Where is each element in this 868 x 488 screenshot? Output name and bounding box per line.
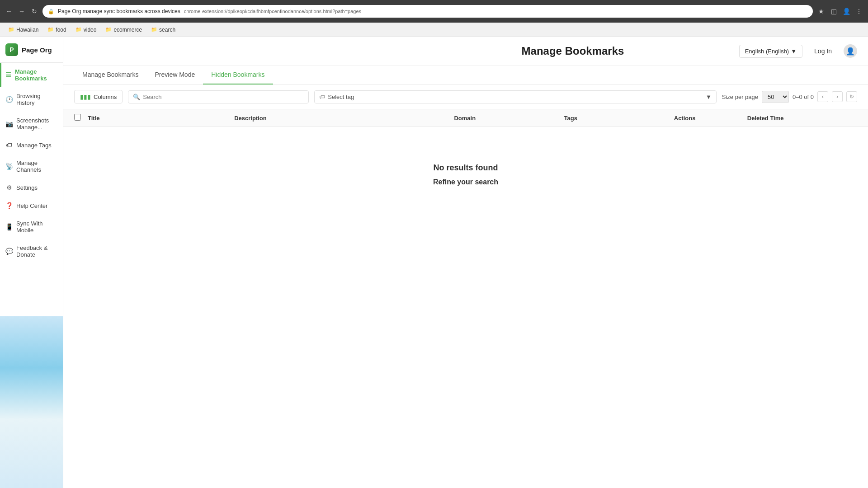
search-input[interactable] <box>143 94 304 100</box>
browser-actions: ★ ◫ 👤 ⋮ <box>816 7 863 16</box>
avatar-icon: 👤 <box>846 47 855 56</box>
settings-icon: ⚙ <box>5 184 13 191</box>
empty-state: No results found Refine your search <box>63 127 868 222</box>
search-container: 🔍 <box>128 90 309 103</box>
menu-button[interactable]: ⋮ <box>854 7 863 16</box>
tab-label: Preview Mode <box>155 71 195 78</box>
main-header: Manage Bookmarks English (English) ▼ Log… <box>63 37 868 66</box>
app-logo-icon: P <box>5 43 18 56</box>
feedback-icon: 💬 <box>5 248 13 255</box>
bookmark-food[interactable]: 📁 food <box>44 25 70 34</box>
tab-manage-bookmarks[interactable]: Manage Bookmarks <box>74 66 147 84</box>
col-title: Title <box>88 115 234 122</box>
sidebar-item-label: Browsing History <box>16 93 57 106</box>
table-header: Title Description Domain Tags Actions De… <box>63 109 868 127</box>
extensions-button[interactable]: ◫ <box>829 7 838 16</box>
tags-icon: 🏷 <box>5 141 13 149</box>
next-page-button[interactable]: › <box>832 91 843 102</box>
tabs-bar: Manage Bookmarks Preview Mode Hidden Boo… <box>63 66 868 84</box>
sidebar-item-browsing-history[interactable]: 🕐 Browsing History <box>0 87 63 112</box>
columns-button[interactable]: ▮▮▮ Columns <box>74 90 123 103</box>
back-button[interactable]: ← <box>5 7 14 16</box>
refresh-data-button[interactable]: ↻ <box>846 91 857 102</box>
login-button[interactable]: Log In <box>808 45 838 57</box>
prev-page-button[interactable]: ‹ <box>817 91 828 102</box>
search-icon: 🔍 <box>133 94 140 100</box>
folder-icon: 📁 <box>75 27 82 33</box>
sidebar-item-feedback-donate[interactable]: 💬 Feedback & Donate <box>0 239 63 263</box>
empty-title: No results found <box>434 163 498 173</box>
sidebar-item-label: Feedback & Donate <box>16 244 57 258</box>
folder-icon: 📁 <box>8 27 14 33</box>
sidebar-item-label: Help Center <box>16 202 47 209</box>
tab-label: Hidden Bookmarks <box>211 71 264 78</box>
url-text: chrome-extension://dplkeopkcdaifhbmfpcen… <box>184 9 361 14</box>
language-label: English (English) <box>745 48 789 55</box>
empty-subtitle: Refine your search <box>433 178 498 186</box>
app-container: P Page Org ☰ Manage Bookmarks 🕐 Browsing… <box>0 37 868 488</box>
folder-icon: 📁 <box>105 27 112 33</box>
bookmark-hawaiian[interactable]: 📁 Hawaiian <box>5 25 42 34</box>
chevron-down-icon: ▼ <box>791 48 797 55</box>
address-bar[interactable]: 🔒 Page Org manage sync bookmarks across … <box>42 5 813 18</box>
select-all-checkbox[interactable] <box>74 114 81 121</box>
col-description: Description <box>234 115 454 122</box>
language-selector[interactable]: English (English) ▼ <box>739 45 802 58</box>
select-all-checkbox-container <box>74 114 88 122</box>
bookmark-video[interactable]: 📁 video <box>72 25 100 34</box>
columns-label: Columns <box>94 94 117 100</box>
browser-bar: ← → ↻ 🔒 Page Org manage sync bookmarks a… <box>0 0 868 23</box>
toolbar: ▮▮▮ Columns 🔍 🏷 Select tag ▼ Size per pa… <box>63 84 868 109</box>
tab-label: Manage Bookmarks <box>82 71 139 78</box>
refresh-button[interactable]: ↻ <box>30 7 39 16</box>
per-page-select[interactable]: 50 25 100 <box>762 91 789 103</box>
app-name: Page Org <box>22 46 52 54</box>
header-right: English (English) ▼ Log In 👤 <box>739 44 857 58</box>
columns-icon: ▮▮▮ <box>80 93 91 100</box>
sidebar: P Page Org ☰ Manage Bookmarks 🕐 Browsing… <box>0 37 63 488</box>
col-domain: Domain <box>454 115 564 122</box>
mobile-icon: 📱 <box>5 223 13 230</box>
folder-icon: 📁 <box>151 27 157 33</box>
tag-icon: 🏷 <box>319 94 325 100</box>
bookmark-label: video <box>84 27 97 33</box>
lock-icon: 🔒 <box>48 9 54 14</box>
data-table: Title Description Domain Tags Actions De… <box>63 109 868 488</box>
bookmark-label: ecommerce <box>113 27 142 33</box>
bookmark-ecommerce[interactable]: 📁 ecommerce <box>102 25 146 34</box>
sidebar-logo: P Page Org <box>0 37 63 63</box>
sidebar-item-label: Sync With Mobile <box>16 220 57 234</box>
col-deleted-time: Deleted Time <box>747 115 857 122</box>
bookmarks-icon: ☰ <box>5 71 11 79</box>
bookmark-search[interactable]: 📁 search <box>147 25 179 34</box>
help-icon: ❓ <box>5 202 13 209</box>
bookmark-label: food <box>56 27 66 33</box>
sidebar-item-help-center[interactable]: ❓ Help Center <box>0 197 63 215</box>
sidebar-item-screenshots[interactable]: 📷 Screenshots Manage... <box>0 112 63 136</box>
bookmark-star-button[interactable]: ★ <box>816 7 826 16</box>
sidebar-nav: ☰ Manage Bookmarks 🕐 Browsing History 📷 … <box>0 63 63 263</box>
page-title: Manage Bookmarks <box>406 45 739 57</box>
tag-selector[interactable]: 🏷 Select tag ▼ <box>314 90 716 103</box>
sidebar-item-manage-tags[interactable]: 🏷 Manage Tags <box>0 136 63 154</box>
sidebar-item-sync-mobile[interactable]: 📱 Sync With Mobile <box>0 215 63 239</box>
per-page-label: Size per page <box>722 94 758 100</box>
bookmark-label: Hawaiian <box>16 27 38 33</box>
user-avatar[interactable]: 👤 <box>844 44 857 58</box>
sidebar-item-label: Manage Tags <box>16 142 52 149</box>
sidebar-item-manage-channels[interactable]: 📡 Manage Channels <box>0 154 63 178</box>
sidebar-item-label: Manage Channels <box>16 160 57 173</box>
bookmark-label: search <box>159 27 175 33</box>
sidebar-item-manage-bookmarks[interactable]: ☰ Manage Bookmarks <box>0 63 63 87</box>
tab-hidden-bookmarks[interactable]: Hidden Bookmarks <box>203 66 273 84</box>
tab-preview-mode[interactable]: Preview Mode <box>147 66 203 84</box>
sidebar-background <box>0 316 63 488</box>
col-actions: Actions <box>674 115 747 122</box>
tag-chevron-icon: ▼ <box>706 94 712 100</box>
folder-icon: 📁 <box>47 27 54 33</box>
forward-button[interactable]: → <box>17 7 26 16</box>
sidebar-item-settings[interactable]: ⚙ Settings <box>0 178 63 197</box>
channels-icon: 📡 <box>5 163 13 170</box>
select-tag-label: Select tag <box>328 94 354 100</box>
profile-button[interactable]: 👤 <box>842 7 851 16</box>
